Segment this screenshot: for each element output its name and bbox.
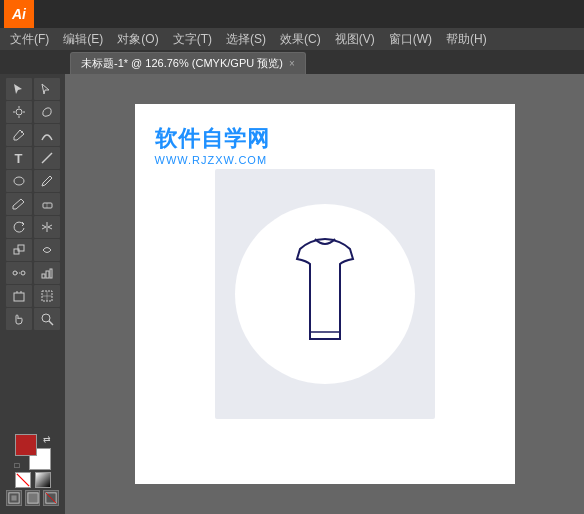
circle-background	[235, 204, 415, 384]
hand-tool[interactable]	[6, 308, 32, 330]
reset-colors-icon[interactable]: □	[15, 461, 20, 470]
tool-row-shape	[2, 170, 63, 192]
svg-rect-18	[50, 269, 52, 278]
lasso-tool[interactable]	[34, 101, 60, 123]
tab-close-button[interactable]: ×	[289, 58, 295, 69]
scale-tool[interactable]	[6, 239, 32, 261]
menubar: 文件(F) 编辑(E) 对象(O) 文字(T) 选择(S) 效果(C) 视图(V…	[0, 28, 584, 50]
artboard-tool[interactable]	[6, 285, 32, 307]
svg-point-7	[14, 177, 24, 185]
canvas-area: 软件自学网 WWW.RJZXW.COM	[65, 74, 584, 514]
menu-type[interactable]: 文字(T)	[167, 29, 218, 50]
slice-tool[interactable]	[34, 285, 60, 307]
tool-row-1	[2, 78, 63, 100]
column-graph-tool[interactable]	[34, 262, 60, 284]
toolbar: T	[0, 74, 65, 514]
full-screen-button[interactable]	[25, 490, 41, 506]
tab-label: 未标题-1* @ 126.76% (CMYK/GPU 预览)	[81, 56, 283, 71]
svg-rect-8	[43, 203, 52, 208]
tool-row-9	[2, 262, 63, 284]
tool-row-8	[2, 239, 63, 261]
tool-row-7	[2, 216, 63, 238]
tool-row-hand	[2, 308, 63, 330]
menu-effect[interactable]: 效果(C)	[274, 29, 327, 50]
svg-line-27	[16, 474, 28, 486]
gradient-box[interactable]	[35, 472, 51, 488]
fill-none-box[interactable]	[15, 472, 31, 488]
menu-help[interactable]: 帮助(H)	[440, 29, 493, 50]
menu-edit[interactable]: 编辑(E)	[57, 29, 109, 50]
menu-select[interactable]: 选择(S)	[220, 29, 272, 50]
menu-window[interactable]: 窗口(W)	[383, 29, 438, 50]
tool-row-type: T	[2, 147, 63, 169]
canvas-document: 软件自学网 WWW.RJZXW.COM	[135, 104, 515, 484]
tool-row-6	[2, 193, 63, 215]
color-section: ⇄ □	[2, 428, 63, 510]
svg-point-5	[21, 131, 23, 133]
svg-rect-17	[46, 271, 49, 278]
svg-line-26	[49, 321, 53, 325]
svg-point-0	[16, 109, 22, 115]
change-screen-mode-button[interactable]	[6, 490, 22, 506]
ai-logo: Ai	[4, 0, 34, 28]
curvature-tool[interactable]	[34, 124, 60, 146]
warp-tool[interactable]	[34, 239, 60, 261]
tool-row-pen	[2, 124, 63, 146]
pencil-tool[interactable]	[6, 193, 32, 215]
menu-view[interactable]: 视图(V)	[329, 29, 381, 50]
color-boxes: ⇄ □	[15, 434, 51, 470]
svg-point-14	[21, 271, 25, 275]
menu-object[interactable]: 对象(O)	[111, 29, 164, 50]
direct-select-tool[interactable]	[34, 78, 60, 100]
type-tool[interactable]: T	[6, 147, 32, 169]
reflect-tool[interactable]	[34, 216, 60, 238]
document-tab[interactable]: 未标题-1* @ 126.76% (CMYK/GPU 预览) ×	[70, 52, 306, 74]
menu-file[interactable]: 文件(F)	[4, 29, 55, 50]
zoom-tool[interactable]	[34, 308, 60, 330]
tool-row-2	[2, 101, 63, 123]
artboard	[215, 169, 435, 419]
svg-point-13	[13, 271, 17, 275]
svg-line-6	[42, 153, 52, 163]
blend-tool[interactable]	[6, 262, 32, 284]
svg-rect-16	[42, 274, 45, 278]
tool-row-10	[2, 285, 63, 307]
watermark-title: 软件自学网	[155, 124, 270, 154]
shirt-illustration	[275, 229, 375, 359]
ellipse-tool[interactable]	[6, 170, 32, 192]
tabbar: 未标题-1* @ 126.76% (CMYK/GPU 预览) ×	[0, 50, 584, 74]
select-tool[interactable]	[6, 78, 32, 100]
swap-colors-icon[interactable]: ⇄	[43, 434, 51, 444]
titlebar: Ai	[0, 0, 584, 28]
svg-rect-30	[27, 493, 37, 503]
rotate-tool[interactable]	[6, 216, 32, 238]
line-tool[interactable]	[34, 147, 60, 169]
watermark-url: WWW.RJZXW.COM	[155, 154, 270, 166]
watermark: 软件自学网 WWW.RJZXW.COM	[155, 124, 270, 166]
svg-rect-19	[14, 293, 24, 301]
pen-tool[interactable]	[6, 124, 32, 146]
svg-rect-29	[11, 495, 16, 500]
svg-point-25	[42, 314, 50, 322]
eraser-tool[interactable]	[34, 193, 60, 215]
main-area: T	[0, 74, 584, 514]
paintbrush-tool[interactable]	[34, 170, 60, 192]
presentation-mode-button[interactable]	[43, 490, 59, 506]
magic-wand-tool[interactable]	[6, 101, 32, 123]
fill-color-box[interactable]	[15, 434, 37, 456]
